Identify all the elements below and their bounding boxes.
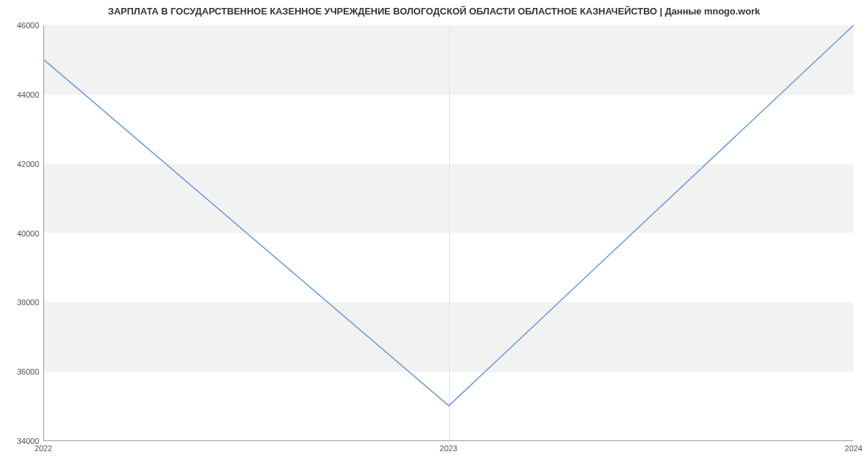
x-tick-label: 2023	[440, 444, 457, 453]
y-tick-label: 36000	[17, 367, 39, 376]
chart-title: ЗАРПЛАТА В ГОСУДАРСТВЕННОЕ КАЗЕННОЕ УЧРЕ…	[0, 6, 868, 17]
x-tick-label: 2024	[845, 444, 862, 453]
y-tick-label: 46000	[17, 21, 39, 30]
chart-container: ЗАРПЛАТА В ГОСУДАРСТВЕННОЕ КАЗЕННОЕ УЧРЕ…	[0, 0, 868, 470]
y-tick-label: 44000	[17, 90, 39, 99]
x-tick-label: 2022	[35, 444, 52, 453]
y-tick-label: 42000	[17, 160, 39, 168]
y-tick-label: 38000	[17, 298, 39, 307]
plot-area	[43, 25, 854, 441]
line-series	[44, 25, 854, 440]
y-tick-label: 40000	[17, 229, 39, 238]
